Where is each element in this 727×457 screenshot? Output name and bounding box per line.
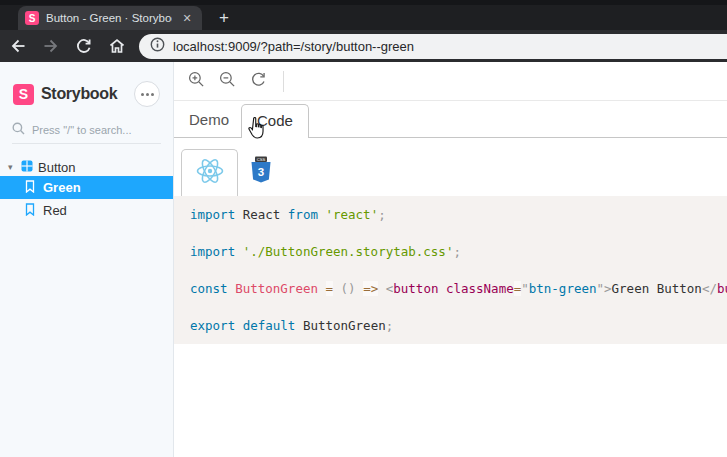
browser-toolbar: localhost:9009/?path=/story/button--gree… <box>0 30 727 62</box>
storybook-sidebar: S Storybook Press "/" to search... ▾ <box>0 62 174 457</box>
reload-icon[interactable] <box>75 37 93 55</box>
browser-tab[interactable]: S Button - Green · Storybook ✕ <box>18 6 202 30</box>
brand-title: Storybook <box>41 85 134 103</box>
tab-code[interactable]: Code <box>241 104 309 138</box>
zoom-toolbar <box>174 62 727 101</box>
zoom-out-icon[interactable] <box>219 71 236 92</box>
tab-react-source[interactable] <box>181 149 238 196</box>
toolbar-divider <box>283 71 284 92</box>
storybook-favicon: S <box>25 11 39 25</box>
tab-demo[interactable]: Demo <box>189 111 241 137</box>
tree-story-label: Red <box>43 203 67 218</box>
tree-group-label: Button <box>38 160 76 175</box>
component-icon <box>21 160 33 175</box>
search-input[interactable]: Press "/" to search... <box>12 116 161 144</box>
address-bar[interactable]: localhost:9009/?path=/story/button--gree… <box>139 34 727 59</box>
search-icon <box>12 121 25 139</box>
code-line: export default ButtonGreen; <box>190 307 727 344</box>
svg-text:CSS: CSS <box>257 157 266 162</box>
tree-group-button[interactable]: ▾ Button <box>0 158 173 176</box>
svg-text:3: 3 <box>258 166 264 178</box>
react-icon <box>195 157 225 189</box>
new-tab-icon[interactable]: + <box>213 7 235 29</box>
tab-close-icon[interactable]: ✕ <box>179 10 195 26</box>
story-tab-bar: Demo Code <box>174 101 727 138</box>
code-line: import React from 'react'; <box>190 196 727 233</box>
tab-title: Button - Green · Storybook <box>46 12 172 24</box>
caret-down-icon[interactable]: ▾ <box>8 162 16 172</box>
forward-icon[interactable] <box>42 37 60 55</box>
preview-panel: Demo Code <box>174 62 727 457</box>
code-line: const ButtonGreen = () => <button classN… <box>190 270 727 307</box>
story-tree: ▾ Button <box>0 158 173 222</box>
search-placeholder: Press "/" to search... <box>32 124 132 136</box>
tree-story-green[interactable]: Green <box>0 176 173 199</box>
bookmark-icon <box>25 203 35 219</box>
overflow-menu-icon[interactable] <box>134 81 160 107</box>
bookmark-icon <box>25 180 35 196</box>
tree-story-label: Green <box>43 180 81 195</box>
code-block: import React from 'react';import './Butt… <box>174 196 727 344</box>
browser-window: S Button - Green · Storybook ✕ + <box>0 0 727 457</box>
storybook-logo-icon[interactable]: S <box>13 84 34 105</box>
url-text: localhost:9009/?path=/story/button--gree… <box>173 39 414 54</box>
tab-css-source[interactable]: CSS 3 <box>238 149 284 196</box>
source-tab-bar: CSS 3 <box>174 138 727 196</box>
info-icon[interactable] <box>150 37 165 56</box>
back-icon[interactable] <box>9 37 27 55</box>
tree-story-red[interactable]: Red <box>0 199 173 222</box>
css3-icon: CSS 3 <box>250 156 272 189</box>
code-line: import './ButtonGreen.storytab.css'; <box>190 233 727 270</box>
zoom-in-icon[interactable] <box>188 71 205 92</box>
zoom-reset-icon[interactable] <box>250 71 267 92</box>
home-icon[interactable] <box>108 37 126 55</box>
browser-tab-strip: S Button - Green · Storybook ✕ + <box>0 0 727 30</box>
